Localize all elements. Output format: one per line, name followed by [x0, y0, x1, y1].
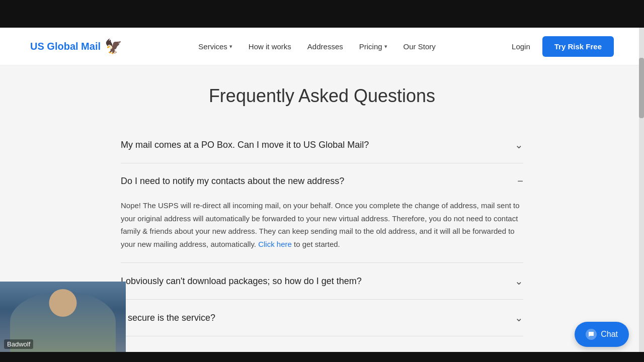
try-risk-free-button[interactable]: Try Risk Free	[542, 36, 614, 57]
chat-button[interactable]: Chat	[575, 322, 629, 347]
faq-question-4[interactable]: y secure is the service? ⌄	[121, 300, 523, 336]
faq-item-4: y secure is the service? ⌄	[121, 300, 523, 336]
faq-title: Frequently Asked Questions	[0, 85, 644, 107]
faq-question-2[interactable]: Do I need to notify my contacts about th…	[121, 163, 523, 199]
our-story-link[interactable]: Our Story	[404, 42, 436, 51]
faq-item-2: Do I need to notify my contacts about th…	[121, 163, 523, 263]
faq-question-text-1: My mail comes at a PO Box. Can I move it…	[121, 140, 369, 150]
nav-item-addresses[interactable]: Addresses	[307, 42, 343, 51]
faq-item-3: I obviously can't download packages; so …	[121, 263, 523, 300]
nav-item-how-it-works[interactable]: How it works	[249, 42, 291, 51]
logo-bird-icon: 🦅	[105, 38, 122, 55]
addresses-link[interactable]: Addresses	[307, 42, 343, 51]
scrollbar-thumb[interactable]	[639, 58, 644, 118]
login-link[interactable]: Login	[512, 42, 530, 51]
bottom-bar	[0, 352, 644, 362]
nav-item-pricing[interactable]: Pricing ▾	[359, 42, 387, 51]
services-link[interactable]: Services ▾	[198, 42, 232, 51]
logo-text: US Global Mail	[30, 41, 101, 52]
video-username: Badwolf	[4, 339, 33, 349]
nav-right: Login Try Risk Free	[512, 36, 614, 57]
screen-wrapper: US Global Mail 🦅 Services ▾ How it works…	[0, 0, 644, 362]
chat-label: Chat	[601, 330, 618, 339]
scrollbar[interactable]	[639, 28, 644, 362]
faq-answer-link-2[interactable]: Click here	[258, 240, 292, 248]
nav-links: Services ▾ How it works Addresses Pricin…	[198, 42, 435, 51]
top-bar	[0, 0, 644, 28]
faq-question-text-4: y secure is the service?	[121, 313, 215, 323]
faq-minus-icon-2: −	[517, 175, 523, 187]
faq-answer-suffix-2: to get started.	[292, 240, 340, 248]
pricing-chevron-icon: ▾	[384, 43, 387, 50]
faq-question-text-3: I obviously can't download packages; so …	[121, 276, 362, 287]
faq-chevron-down-icon-1: ⌄	[515, 139, 523, 151]
faq-answer-2: Nope! The USPS will re-direct all incomi…	[121, 199, 523, 262]
nav-item-services[interactable]: Services ▾	[198, 42, 232, 51]
faq-container: My mail comes at a PO Box. Can I move it…	[101, 127, 543, 362]
faq-chevron-down-icon-3: ⌄	[515, 275, 523, 287]
how-it-works-link[interactable]: How it works	[249, 42, 291, 51]
faq-item-1: My mail comes at a PO Box. Can I move it…	[121, 127, 523, 163]
services-chevron-icon: ▾	[229, 43, 232, 50]
faq-chevron-down-icon-4: ⌄	[515, 312, 523, 324]
pricing-link[interactable]: Pricing ▾	[359, 42, 387, 51]
video-overlay: Badwolf	[0, 282, 126, 352]
logo[interactable]: US Global Mail 🦅	[30, 38, 122, 55]
faq-question-1[interactable]: My mail comes at a PO Box. Can I move it…	[121, 127, 523, 163]
chat-icon	[586, 329, 597, 340]
faq-question-3[interactable]: I obviously can't download packages; so …	[121, 263, 523, 299]
faq-question-text-2: Do I need to notify my contacts about th…	[121, 176, 344, 187]
navbar: US Global Mail 🦅 Services ▾ How it works…	[0, 28, 644, 65]
nav-item-our-story[interactable]: Our Story	[404, 42, 436, 51]
